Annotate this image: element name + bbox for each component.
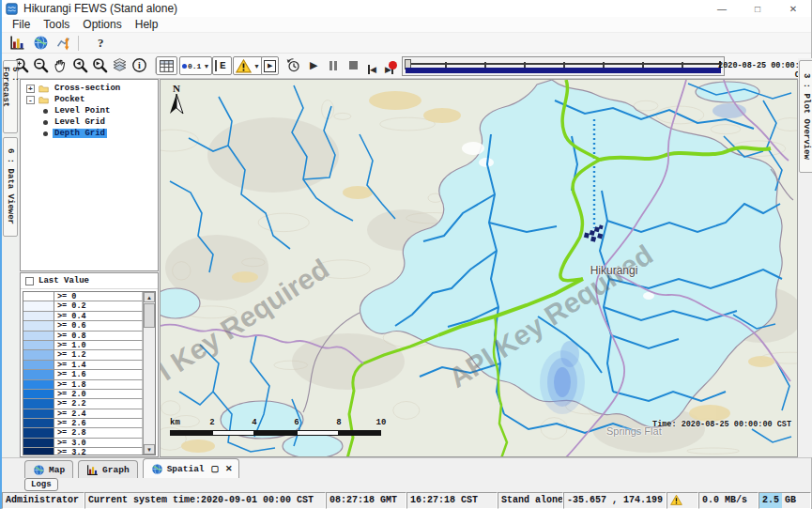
animation-clock-icon [285, 57, 301, 73]
scroll-thumb[interactable] [144, 303, 155, 328]
tab-spatial[interactable]: Spatial ▢ ✕ [143, 458, 239, 478]
tab-close-icon[interactable]: ✕ [225, 464, 233, 473]
contour-scale-dropdown[interactable]: 0.1▼ [179, 56, 212, 75]
scroll-up-icon[interactable]: ▲ [144, 292, 155, 302]
play-box-icon: ▶ [264, 60, 276, 72]
timeseries-display-button[interactable] [56, 35, 72, 51]
logs-display-button[interactable] [9, 35, 25, 51]
tab-graph-label: Graph [102, 465, 130, 475]
map-display-button[interactable] [33, 35, 49, 51]
bullet-icon [43, 131, 48, 136]
shortcut-tab-forecast[interactable]: 5 : Forecast [3, 60, 18, 133]
tree-item-pocket[interactable]: -Pocket [21, 94, 158, 105]
warnings-dropdown[interactable]: ▼ [233, 56, 263, 75]
map-canvas[interactable] [161, 80, 798, 457]
layers-button[interactable] [112, 57, 128, 73]
zoom-next-button[interactable] [92, 57, 108, 73]
main-area: 5 : Forecast 6 : Data Viewer +Cross-sect… [2, 79, 812, 457]
timeline-slider[interactable] [402, 56, 725, 76]
legend-swatch [23, 370, 54, 379]
window-title: Hikurangi FEWS (Stand alone) [23, 2, 177, 15]
info-icon [131, 57, 147, 73]
info-button[interactable] [131, 57, 147, 73]
legend-rows: >= 0>= 0.2>= 0.4>= 0.6>= 0.8>= 1.0>= 1.2… [23, 292, 155, 455]
legend-swatch [23, 409, 54, 419]
bottom-tab-bar: Map Graph Spatial ▢ ✕ [2, 457, 811, 478]
stop-icon [349, 61, 358, 69]
tree-expander[interactable]: + [26, 85, 35, 93]
last-value-checkbox[interactable] [25, 277, 34, 285]
toolbar-separator [78, 36, 79, 51]
maximize-button[interactable]: □ [740, 0, 775, 17]
legend-swatch [23, 292, 54, 301]
legend-row: >= 0.4 [23, 312, 155, 321]
grid-toggle-button[interactable] [156, 56, 177, 75]
north-arrow-icon [169, 94, 184, 115]
last-value-row: Last Value [21, 273, 158, 289]
bullet-icon [43, 120, 48, 125]
stop-button[interactable] [349, 61, 358, 69]
minimize-button[interactable]: — [704, 0, 740, 17]
warning-icon [670, 494, 682, 506]
menu-help[interactable]: Help [129, 18, 165, 31]
tree-expander[interactable]: - [26, 96, 35, 104]
timeline-track [406, 63, 721, 65]
chevron-down-icon: ▼ [253, 63, 260, 69]
legend-panel: Last Value >= 0>= 0.2>= 0.4>= 0.6>= 0.8>… [20, 272, 159, 457]
scroll-down-icon[interactable]: ▼ [144, 444, 155, 455]
pan-button[interactable] [53, 57, 69, 73]
legend-swatch [23, 341, 54, 350]
layers-icon [112, 57, 128, 73]
legend-row: >= 0.6 [23, 321, 155, 331]
bar-chart-icon [9, 35, 25, 51]
step-to-start-button[interactable]: ◀ [368, 60, 376, 77]
legend-swatch [23, 350, 54, 360]
legend-row: >= 2.4 [23, 409, 155, 419]
tree-item-depth-grid[interactable]: Depth Grid [21, 128, 158, 139]
tab-graph[interactable]: Graph [78, 460, 138, 478]
legend-scrollbar[interactable]: ▲ ▼ [143, 292, 155, 455]
profile-button[interactable]: E [212, 56, 232, 75]
shortcut-tab-data-viewer[interactable]: 6 : Data Viewer [3, 137, 18, 237]
shortcut-tab-plot-overview[interactable]: 3 : Plot Overview [799, 60, 812, 173]
tree-item-cross-section[interactable]: +Cross-section [21, 83, 158, 94]
zoom-out-button[interactable] [33, 57, 49, 73]
main-toolbar: ? [2, 33, 811, 54]
menu-tools[interactable]: Tools [37, 18, 76, 31]
scale-segment [339, 430, 381, 436]
menu-options[interactable]: Options [76, 18, 128, 31]
status-warning[interactable] [666, 492, 698, 509]
animation-settings-button[interactable] [285, 57, 301, 73]
timeline-datetime: 2020-08-25 00:00:00 CST [701, 61, 809, 80]
tab-map[interactable]: Map [24, 460, 73, 478]
last-value-label: Last Value [38, 276, 89, 285]
animation-window-button[interactable]: ▶ [261, 56, 279, 75]
menu-file[interactable]: File [6, 18, 37, 31]
tree-item-level-grid[interactable]: Level Grid [21, 116, 158, 128]
chevron-down-icon: ▼ [203, 63, 209, 69]
tree-item-level-point[interactable]: Level Point [21, 105, 158, 116]
legend-swatch [23, 321, 54, 331]
zoom-next-icon [92, 57, 108, 73]
map-view[interactable]: API Key Required API Key Required N Hiku… [160, 79, 798, 457]
legend-value: >= 0.4 [54, 312, 143, 321]
close-button[interactable]: ✕ [775, 0, 811, 17]
status-memory: 2.5 GB [758, 492, 811, 509]
record-button[interactable] [389, 61, 397, 69]
memory-text: 2.5 GB [762, 495, 796, 505]
legend-value: >= 3.2 [54, 448, 143, 455]
logs-button[interactable]: Logs [24, 478, 58, 491]
legend-value: >= 1.0 [54, 341, 143, 350]
pause-button[interactable] [329, 61, 337, 70]
legend-value: >= 0 [54, 292, 143, 301]
legend-row: >= 3.2 [23, 448, 155, 455]
legend-swatch [23, 448, 54, 455]
folder-icon [38, 84, 50, 94]
legend-value: >= 2.0 [54, 390, 143, 399]
tab-maximize-icon[interactable]: ▢ [211, 464, 220, 473]
zoom-previous-button[interactable] [72, 57, 88, 73]
tree-label: Level Point [53, 106, 112, 116]
logs-row: Logs [2, 478, 811, 492]
play-button[interactable]: ▶ [310, 57, 317, 73]
help-button[interactable]: ? [98, 36, 104, 51]
